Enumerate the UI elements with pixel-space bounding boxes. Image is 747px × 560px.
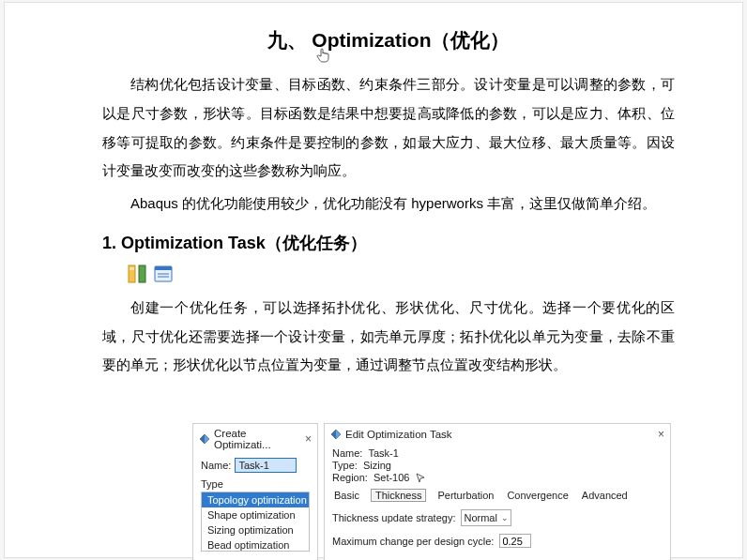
document-page: 九、 Optimization（优化） 结构优化包括设计变量、目标函数、约束条件…: [4, 2, 743, 558]
tab-convergence[interactable]: Convergence: [505, 490, 570, 501]
section-title: 九、 Optimization（优化）: [102, 27, 675, 53]
paragraph: 创建一个优化任务，可以选择拓扑优化、形状优化、尺寸优化。选择一个要优化的区域，尺…: [102, 294, 675, 380]
region-value: Set-106: [374, 472, 410, 483]
list-item[interactable]: Bead optimization: [202, 537, 309, 552]
list-item[interactable]: Shape optimization: [202, 507, 309, 522]
chevron-down-icon: ⌄: [501, 513, 509, 522]
pick-region-icon[interactable]: [415, 472, 426, 483]
name-label: Name:: [201, 460, 231, 471]
dialog-titlebar: Create Optimizati... ×: [193, 424, 317, 452]
paragraph: 结构优化包括设计变量、目标函数、约束条件三部分。设计变量是可以调整的参数，可以是…: [102, 70, 675, 186]
dialog-title: Create Optimizati...: [214, 428, 305, 450]
list-item[interactable]: Topology optimization: [202, 492, 309, 507]
max-change-input[interactable]: [499, 534, 531, 548]
svg-rect-2: [130, 267, 134, 270]
task-name-input[interactable]: [235, 458, 297, 473]
dialog-title: Edit Optimization Task: [345, 429, 658, 440]
tab-thickness[interactable]: Thickness: [371, 489, 427, 502]
toolbar-icons: [127, 264, 675, 284]
app-diamond-icon: [330, 429, 342, 440]
tab-perturbation[interactable]: Perturbation: [435, 490, 495, 501]
close-icon[interactable]: ×: [658, 428, 664, 441]
close-icon[interactable]: ×: [305, 432, 312, 446]
type-label: Type:: [332, 460, 358, 471]
list-item[interactable]: Sizing optimization: [202, 522, 309, 537]
tab-bar: Basic Thickness Perturbation Convergence…: [332, 489, 663, 502]
subsection-heading: 1. Optimization Task（优化任务）: [102, 232, 675, 254]
dialogs-figure: Create Optimizati... × Name: Type Topolo…: [192, 423, 671, 560]
max-change-label: Maximum change per design cycle:: [332, 536, 494, 547]
type-label: Type: [201, 478, 310, 490]
region-label: Region:: [332, 472, 368, 483]
name-value: Task-1: [368, 447, 398, 459]
dialog-titlebar: Edit Optimization Task ×: [325, 424, 670, 443]
type-listbox[interactable]: Topology optimization Shape optimization…: [201, 492, 310, 552]
strategy-select[interactable]: Normal ⌄: [461, 509, 511, 526]
strategy-label: Thickness update strategy:: [332, 512, 455, 523]
paragraph: Abaqus 的优化功能使用较少，优化功能没有 hyperworks 丰富，这里…: [102, 189, 675, 219]
type-value: Sizing: [363, 460, 391, 471]
strategy-value: Normal: [464, 512, 496, 523]
create-task-icon: [127, 264, 147, 284]
create-optimization-dialog: Create Optimizati... × Name: Type Topolo…: [192, 423, 318, 560]
tab-basic[interactable]: Basic: [332, 490, 361, 501]
svg-rect-1: [139, 265, 145, 282]
edit-task-icon: [153, 264, 174, 284]
app-diamond-icon: [199, 433, 210, 445]
name-label: Name:: [332, 447, 362, 459]
tab-advanced[interactable]: Advanced: [580, 490, 630, 501]
edit-optimization-dialog: Edit Optimization Task × Name:Task-1 Typ…: [324, 423, 671, 560]
svg-rect-4: [155, 266, 172, 270]
